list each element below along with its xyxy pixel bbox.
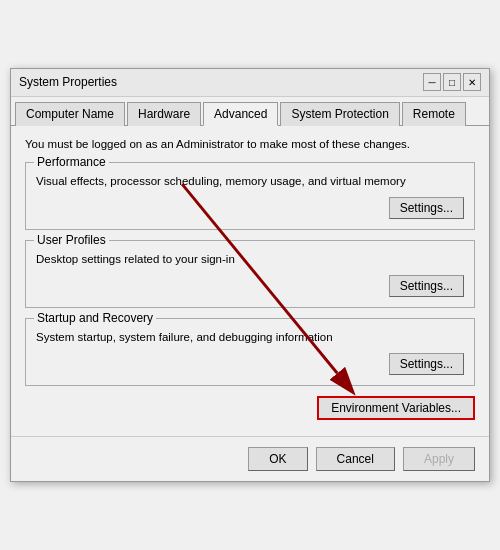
performance-group: Performance Visual effects, processor sc… <box>25 162 475 230</box>
tab-bar: Computer Name Hardware Advanced System P… <box>11 97 489 126</box>
bottom-bar: OK Cancel Apply <box>11 436 489 481</box>
user-profiles-group-title: User Profiles <box>34 233 109 247</box>
user-profiles-group: User Profiles Desktop settings related t… <box>25 240 475 308</box>
performance-settings-button[interactable]: Settings... <box>389 197 464 219</box>
window-title: System Properties <box>19 75 117 89</box>
tab-hardware[interactable]: Hardware <box>127 102 201 126</box>
system-properties-window: System Properties ─ □ ✕ Computer Name Ha… <box>10 68 490 482</box>
cancel-button[interactable]: Cancel <box>316 447 395 471</box>
minimize-button[interactable]: ─ <box>423 73 441 91</box>
performance-group-title: Performance <box>34 155 109 169</box>
tab-remote[interactable]: Remote <box>402 102 466 126</box>
close-button[interactable]: ✕ <box>463 73 481 91</box>
tab-system-protection[interactable]: System Protection <box>280 102 399 126</box>
tab-computer-name[interactable]: Computer Name <box>15 102 125 126</box>
title-bar: System Properties ─ □ ✕ <box>11 69 489 97</box>
maximize-button[interactable]: □ <box>443 73 461 91</box>
startup-recovery-group-title: Startup and Recovery <box>34 311 156 325</box>
content-area: You must be logged on as an Administrato… <box>11 126 489 436</box>
environment-variables-button[interactable]: Environment Variables... <box>317 396 475 420</box>
admin-notice: You must be logged on as an Administrato… <box>25 138 475 150</box>
tab-content: You must be logged on as an Administrato… <box>11 126 489 436</box>
startup-recovery-group: Startup and Recovery System startup, sys… <box>25 318 475 386</box>
ok-button[interactable]: OK <box>248 447 307 471</box>
startup-recovery-group-desc: System startup, system failure, and debu… <box>36 329 464 345</box>
tab-advanced[interactable]: Advanced <box>203 102 278 126</box>
apply-button[interactable]: Apply <box>403 447 475 471</box>
startup-recovery-settings-button[interactable]: Settings... <box>389 353 464 375</box>
performance-group-desc: Visual effects, processor scheduling, me… <box>36 173 464 189</box>
user-profiles-settings-button[interactable]: Settings... <box>389 275 464 297</box>
env-vars-row: Environment Variables... <box>25 396 475 420</box>
title-bar-controls: ─ □ ✕ <box>423 73 481 91</box>
user-profiles-group-desc: Desktop settings related to your sign-in <box>36 251 464 267</box>
